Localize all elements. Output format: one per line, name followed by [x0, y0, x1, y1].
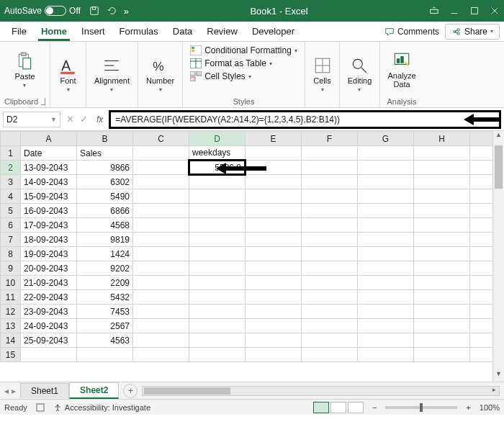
cell-E14[interactable]	[246, 333, 302, 348]
cell-F7[interactable]	[302, 233, 358, 247]
cell-D10[interactable]	[189, 276, 246, 290]
cell-E15[interactable]	[246, 348, 302, 362]
cell-B5[interactable]: 6866	[77, 204, 133, 218]
cell-C14[interactable]	[133, 333, 189, 348]
cell-E8[interactable]	[246, 247, 302, 261]
cell-F6[interactable]	[302, 218, 358, 233]
row-header-2[interactable]: 2	[1, 161, 21, 175]
cell-F13[interactable]	[302, 319, 358, 333]
cell-B15[interactable]	[77, 348, 133, 362]
column-header-C[interactable]: C	[133, 132, 189, 146]
cell-F8[interactable]	[302, 247, 358, 261]
cell-D1[interactable]: weekdays	[189, 146, 246, 161]
cell-E13[interactable]	[246, 319, 302, 333]
fx-label[interactable]: fx	[94, 114, 106, 125]
cell-G2[interactable]	[358, 161, 414, 175]
cell-D9[interactable]	[189, 261, 246, 276]
cells-button[interactable]: Cells ▾	[312, 55, 333, 94]
minimize-icon[interactable]	[449, 6, 459, 16]
cell-A1[interactable]: Date	[21, 146, 77, 161]
cell-C3[interactable]	[133, 175, 189, 189]
enter-formula-icon[interactable]: ✓	[80, 114, 88, 125]
cell-H12[interactable]	[414, 305, 470, 319]
cell-D14[interactable]	[189, 333, 246, 348]
cell-G15[interactable]	[358, 348, 414, 362]
record-macro-icon[interactable]	[36, 403, 45, 412]
cell-D8[interactable]	[189, 247, 246, 261]
cell-G9[interactable]	[358, 261, 414, 276]
cell-B11[interactable]: 5432	[77, 290, 133, 305]
cell-F2[interactable]	[302, 161, 358, 175]
analyze-data-button[interactable]: Analyze Data	[384, 50, 419, 90]
cell-H10[interactable]	[414, 276, 470, 290]
comments-button[interactable]: Comments	[379, 27, 445, 37]
cell-B12[interactable]: 7453	[77, 305, 133, 319]
zoom-slider[interactable]	[385, 406, 457, 409]
row-header-8[interactable]: 8	[1, 247, 21, 261]
cell-styles-button[interactable]: Cell Styles▾	[187, 71, 300, 82]
cell-C8[interactable]	[133, 247, 189, 261]
cell-B2[interactable]: 9866	[77, 161, 133, 175]
column-header-H[interactable]: H	[414, 132, 470, 146]
cell-F14[interactable]	[302, 333, 358, 348]
cell-E5[interactable]	[246, 204, 302, 218]
cell-B14[interactable]: 4563	[77, 333, 133, 348]
vertical-scrollbar[interactable]: ▲ ▼	[492, 131, 504, 382]
name-box[interactable]: D2 ▼	[3, 112, 60, 127]
cell-E7[interactable]	[246, 233, 302, 247]
cell-A5[interactable]: 16-09-2043	[21, 204, 77, 218]
cell-A14[interactable]: 25-09-2043	[21, 333, 77, 348]
scroll-down-icon[interactable]: ▼	[493, 370, 504, 382]
cell-H15[interactable]	[414, 348, 470, 362]
close-icon[interactable]	[490, 6, 500, 16]
save-icon[interactable]	[89, 6, 99, 16]
column-header-A[interactable]: A	[21, 132, 77, 146]
cell-H11[interactable]	[414, 290, 470, 305]
cell-H14[interactable]	[414, 333, 470, 348]
cell-A6[interactable]: 17-09-2043	[21, 218, 77, 233]
cell-F11[interactable]	[302, 290, 358, 305]
cell-C10[interactable]	[133, 276, 189, 290]
cell-E4[interactable]	[246, 189, 302, 204]
cell-H9[interactable]	[414, 261, 470, 276]
alignment-button[interactable]: Alignment ▾	[93, 55, 131, 94]
paste-button[interactable]: Paste ▾	[13, 50, 36, 90]
cell-A3[interactable]: 14-09-2043	[21, 175, 77, 189]
cell-H4[interactable]	[414, 189, 470, 204]
column-header-F[interactable]: F	[302, 132, 358, 146]
cell-G8[interactable]	[358, 247, 414, 261]
cell-E1[interactable]	[246, 146, 302, 161]
scrollbar-thumb[interactable]	[144, 387, 230, 395]
row-header-4[interactable]: 4	[1, 189, 21, 204]
cell-C11[interactable]	[133, 290, 189, 305]
tab-file[interactable]: File	[4, 22, 34, 41]
zoom-in-button[interactable]: +	[466, 403, 470, 412]
cell-F3[interactable]	[302, 175, 358, 189]
maximize-icon[interactable]	[469, 6, 480, 16]
cell-C9[interactable]	[133, 261, 189, 276]
row-header-6[interactable]: 6	[1, 218, 21, 233]
cell-C7[interactable]	[133, 233, 189, 247]
row-header-12[interactable]: 12	[1, 305, 21, 319]
ribbon-options-icon[interactable]	[429, 6, 439, 16]
sheet-tab-2[interactable]: Sheet2	[69, 382, 119, 399]
cell-E9[interactable]	[246, 261, 302, 276]
cell-G12[interactable]	[358, 305, 414, 319]
cell-G14[interactable]	[358, 333, 414, 348]
conditional-formatting-button[interactable]: Conditional Formatting▾	[187, 45, 300, 56]
cell-D12[interactable]	[189, 305, 246, 319]
cell-C4[interactable]	[133, 189, 189, 204]
row-header-9[interactable]: 9	[1, 261, 21, 276]
page-layout-view-button[interactable]	[330, 402, 346, 413]
cell-C6[interactable]	[133, 218, 189, 233]
cell-F9[interactable]	[302, 261, 358, 276]
cell-A7[interactable]: 18-09-2043	[21, 233, 77, 247]
row-header-7[interactable]: 7	[1, 233, 21, 247]
cell-H5[interactable]	[414, 204, 470, 218]
cell-H8[interactable]	[414, 247, 470, 261]
cell-A11[interactable]: 22-09-2043	[21, 290, 77, 305]
cell-E11[interactable]	[246, 290, 302, 305]
cell-B6[interactable]: 4568	[77, 218, 133, 233]
column-header-D[interactable]: D	[189, 132, 246, 146]
cell-B13[interactable]: 2567	[77, 319, 133, 333]
